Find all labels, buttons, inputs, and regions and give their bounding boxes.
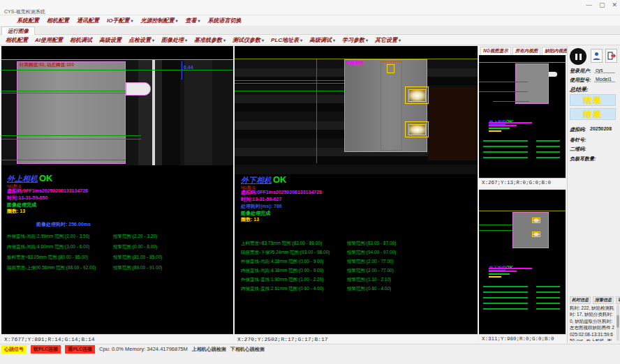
- menu-language-switch[interactable]: 系统语言切换: [208, 17, 242, 24]
- result-ok-upper: OK: [39, 173, 53, 183]
- measure-row: 上料宽度=83.73mm 范围:(82.00 - 88.00)报警范围:(83.…: [241, 241, 322, 247]
- thumbnail-upper[interactable]: 外上相机OK X:267;Y:13;R:0;G:0;B:0: [479, 55, 566, 187]
- menu-light-control[interactable]: 光源控制配置: [140, 17, 177, 24]
- measure-row: 极料宽度=83.05mm 范围:(80.00 - 86.00)报警范围:(81.…: [7, 255, 88, 261]
- barcode-lower: 虚拟码:0FF1ins20250208133134728: [241, 189, 322, 196]
- tool-plc-address-table[interactable]: PLC地址表: [271, 36, 302, 44]
- measure-row: 内侧直线-间距:4.38mm 范围:(0.00 - 9.00)报警范围:(2.0…: [241, 268, 323, 274]
- camera-image-upper: 6.44 针高阈值:93, 动态阈值:100: [1, 59, 233, 165]
- tool-ai-use-config[interactable]: AI使用配置: [35, 36, 63, 44]
- cpu-memory-text: Cpu: 0.0% Memory: 3424.41796875M: [99, 346, 188, 352]
- tool-spotcheck-settings[interactable]: 点检设置: [128, 36, 154, 44]
- maximize-icon[interactable]: ▢: [599, 1, 605, 8]
- threshold-label: 针高阈值:93, 动态阈值:100: [20, 62, 74, 68]
- thumbnail-lower[interactable]: 外下相机OK X:311;Y:980;R:0;G:0;B:0: [479, 190, 566, 343]
- heartbeat-badge: 心跳信号: [1, 345, 27, 354]
- tool-advanced-settings[interactable]: 高级设置: [99, 36, 121, 44]
- user-lock-icon: [593, 52, 600, 61]
- tool-advanced-debug[interactable]: 高级调试: [309, 36, 335, 44]
- ai-detect-rect: [381, 61, 402, 151]
- result-box-lower: 结果: [570, 108, 616, 120]
- log-scrollbar-thumb[interactable]: [617, 315, 619, 328]
- total-result-label: 总结果:: [570, 86, 589, 93]
- gauge-label: 6.44: [184, 65, 193, 70]
- measure-row: 内侧直线-直线:2.61mm 范围:(0.60 - 4.00)报警范围:(0.6…: [241, 286, 323, 292]
- window-controls: — ▢ ✕: [586, 1, 617, 8]
- exit-icon: [607, 52, 616, 60]
- titlebar: CYS-视觉检测系统 — ▢ ✕: [0, 0, 620, 15]
- user-lock-button[interactable]: [591, 49, 603, 63]
- exit-button[interactable]: [605, 49, 617, 63]
- barcode-upper: 虚拟码:0FF1ins20250208133134728: [7, 188, 88, 195]
- camera-image-lower: AI检测框: [235, 59, 478, 174]
- minimize-icon[interactable]: —: [586, 1, 592, 8]
- tool-learning-params[interactable]: 学习参数: [342, 36, 368, 44]
- count-upper: 圈数: 13: [7, 208, 25, 215]
- result-box-upper: 结果: [570, 94, 616, 106]
- close-icon[interactable]: ✕: [612, 1, 617, 8]
- camera-result-lower: 外下相机OK: [241, 173, 287, 185]
- camera-name-lower: 外下相机: [241, 176, 272, 184]
- tabstrip: 运行图像: [0, 26, 620, 35]
- pixel-readout-lower: X:270;Y:2502;R:17;G:17;B:17: [235, 334, 478, 343]
- comm-plc-badge: 通PLC连接: [65, 345, 95, 354]
- app-window: CYS-视觉检测系统 — ▢ ✕ 系统配置 相机配置 通讯配置 IO手配置 光源…: [0, 0, 620, 364]
- connector-tab: [126, 82, 151, 96]
- model-value: Model1: [594, 77, 615, 82]
- window-title: CYS-视觉检测系统: [4, 8, 45, 15]
- elapsed-lower: 处理耗时(ms): 766: [241, 203, 282, 210]
- menubar: 系统配置 相机配置 通讯配置 IO手配置 光源控制配置 查看 系统语言切换: [0, 15, 620, 26]
- login-user-value: cys: [594, 68, 615, 73]
- menu-system-config[interactable]: 系统配置: [17, 17, 39, 24]
- tab-audit-info[interactable]: 审核信息: [616, 296, 620, 304]
- model-label: 使用型号:: [570, 77, 591, 84]
- tab-run-image[interactable]: 运行图像: [1, 26, 35, 35]
- measure-row: 隔膜宽度-下侧95.24mm 范围:(93.00 - 98.00)报警范围:(9…: [241, 250, 330, 256]
- count-lower: 圈数: 13: [241, 216, 259, 223]
- tab-alarm-info[interactable]: 报警信息: [593, 296, 614, 304]
- menu-io-config[interactable]: IO手配置: [107, 17, 133, 24]
- login-user-label: 登录用户:: [570, 68, 591, 75]
- time-upper: 时间:13-31-59-650: [7, 195, 47, 202]
- tool-image-processing[interactable]: 图像处理: [161, 36, 187, 44]
- neg-tab-count-label: 负极耳数量:: [570, 156, 596, 162]
- camera-name-upper: 外上相机: [7, 174, 38, 183]
- measure-row: 隔膜宽度-上侧90.56mm 范围:(88.00 - 92.00)报警范围:(8…: [7, 265, 96, 271]
- log-tabs: 耗时信息 报警信息 审核信息: [570, 296, 620, 304]
- measure-row: 外侧直线-间距:4.38mm 范围:(0.00 - 9.00)报警范围:(2.0…: [241, 259, 323, 265]
- soft-plc-badge: 软PLC连接: [31, 345, 61, 354]
- upper-camera-heartbeat: 上相机心跳检测: [192, 346, 226, 353]
- tab-elapsed-info[interactable]: 耗时信息: [570, 296, 591, 304]
- camera-panel-upper[interactable]: 6.44 针高阈值:93, 动态阈值:100 外上相机OK NG数:0 虚拟码:…: [1, 46, 233, 343]
- pixel-readout-thumb-lower: X:311;Y:980;R:0;G:0;B:0: [479, 334, 566, 343]
- tool-camera-debug[interactable]: 相机调试: [70, 36, 92, 44]
- tool-test-params[interactable]: 测试仪参数: [232, 36, 264, 44]
- product-block-upper: [17, 61, 126, 164]
- menu-view[interactable]: 查看: [185, 17, 200, 24]
- ai-label: AI检测框: [346, 60, 364, 66]
- measure-row: 外侧直线-直线:1.90mm 范围:(1.00 - 2.20)报警范围:(1.1…: [241, 277, 323, 283]
- measure-row: 外侧直线-间距:2.99mm 范围:(2.00 - 3.50)报警范围:(2.2…: [7, 234, 89, 240]
- tool-other-settings[interactable]: 其它设置: [375, 36, 401, 44]
- tool-camera-config[interactable]: 相机配置: [6, 36, 28, 44]
- elapsed-upper: 图像处理耗时: 256.00ms: [36, 221, 91, 228]
- result-ok-lower: OK: [273, 174, 287, 185]
- lower-camera-heartbeat: 下相机心跳检测: [230, 346, 265, 353]
- log-text: 耗时: 222, 缺陷检测耗时: 17, 缺陷分类耗时: 0, 缺陷提取分区耗时…: [570, 305, 617, 341]
- toolbar: 相机配置 AI使用配置 相机调试 高级设置 点检设置 图像处理 基准线参数 测试…: [0, 35, 620, 45]
- barcode-value: 20250208: [590, 126, 612, 131]
- measure-row: 内侧直线-间距:4.60mm 范围:(3.00 - 6.00)报警范围:(0.0…: [7, 244, 89, 250]
- pause-icon: [575, 54, 577, 60]
- statusbar: 心跳信号 软PLC连接 通PLC连接 Cpu: 0.0% Memory: 342…: [0, 344, 620, 354]
- pixel-readout-upper: X:7677;Y:891;R:14;G:14;B:14: [1, 334, 233, 343]
- qr-code-label: 二维码:: [570, 146, 586, 153]
- pause-button[interactable]: [570, 48, 586, 65]
- camera-panel-lower[interactable]: AI检测框 外下相机OK NG数:0 虚拟码:0FF1ins2025020813…: [235, 46, 478, 343]
- pin-number-label: 卷针号:: [570, 137, 586, 144]
- time-lower: 时间:13-31-59-627: [241, 196, 281, 203]
- sidebar: . 登录用户: cys 使用型号: Model1 总结果: 结果 结果 虚拟码:…: [567, 46, 620, 343]
- barcode-label: 虚拟码:: [570, 126, 586, 133]
- tool-baseline-params[interactable]: 基准线参数: [194, 36, 226, 44]
- menu-comm-config[interactable]: 通讯配置: [77, 17, 99, 24]
- menu-camera-config[interactable]: 相机配置: [47, 17, 69, 24]
